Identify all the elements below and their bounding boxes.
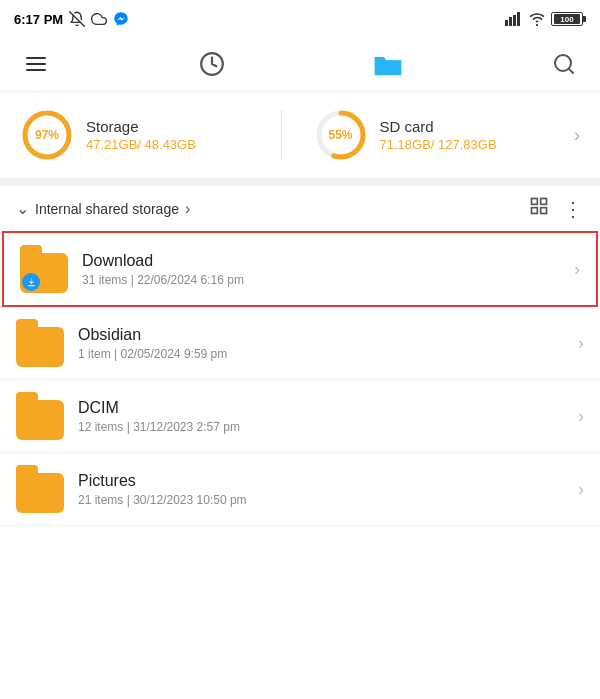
svg-rect-15 — [532, 208, 538, 214]
wifi-icon — [528, 12, 546, 26]
path-left: ⌄ Internal shared storage › — [16, 199, 190, 218]
storage-circle: 97% — [20, 108, 74, 162]
folder-info-dcim: DCIM 12 items | 31/12/2023 2:57 pm — [78, 399, 570, 434]
download-badge-icon — [22, 273, 40, 291]
clock-icon — [199, 51, 225, 77]
battery-percent: 100 — [560, 15, 573, 24]
svg-rect-4 — [517, 12, 520, 26]
storage-info: Storage 47.21GB/ 48.43GB — [86, 118, 196, 152]
folder-arrow-download: › — [574, 259, 580, 280]
storage-label: Storage — [86, 118, 196, 135]
grid-view-button[interactable] — [529, 196, 549, 221]
path-expand-icon[interactable]: ⌄ — [16, 199, 29, 218]
sd-info: SD card 71.18GB/ 127.83GB — [380, 118, 497, 152]
storage-arrow: › — [574, 125, 580, 146]
status-bar: 6:17 PM — [0, 0, 600, 36]
status-time: 6:17 PM — [14, 12, 63, 27]
storage-sizes: 47.21GB/ 48.43GB — [86, 137, 196, 152]
storage-divider — [281, 110, 282, 160]
folder-date-download: 22/06/2024 6:16 pm — [137, 273, 244, 287]
storage-section: 97% Storage 47.21GB/ 48.43GB 55% SD card… — [0, 92, 600, 186]
svg-point-5 — [536, 24, 538, 26]
folder-info-pictures: Pictures 21 items | 30/12/2023 10:50 pm — [78, 472, 570, 507]
svg-rect-14 — [541, 199, 547, 205]
folder-arrow-obsidian: › — [578, 333, 584, 354]
file-list: Download 31 items | 22/06/2024 6:16 pm ›… — [0, 231, 600, 526]
storage-percent: 97% — [35, 128, 59, 142]
folder-icon-pictures — [16, 465, 64, 513]
path-right: ⋮ — [529, 196, 584, 221]
folder-icon-dcim — [16, 392, 64, 440]
folder-button[interactable] — [372, 48, 404, 80]
svg-line-0 — [70, 12, 85, 27]
path-text: Internal shared storage — [35, 201, 179, 217]
folder-item-pictures[interactable]: Pictures 21 items | 30/12/2023 10:50 pm … — [0, 453, 600, 526]
signal-icon — [505, 12, 523, 26]
folder-arrow-dcim: › — [578, 406, 584, 427]
path-arrow-icon: › — [185, 200, 190, 218]
folder-info-download: Download 31 items | 22/06/2024 6:16 pm — [82, 252, 566, 287]
hamburger-menu-button[interactable] — [20, 48, 52, 80]
muted-bell-icon — [69, 11, 85, 27]
folder-items-pictures: 21 items — [78, 493, 123, 507]
battery-icon: 100 — [551, 12, 586, 26]
search-button[interactable] — [548, 48, 580, 80]
messenger-icon — [113, 11, 129, 27]
sd-card-storage-card[interactable]: 55% SD card 71.18GB/ 127.83GB — [314, 108, 543, 162]
svg-line-8 — [569, 68, 573, 72]
folder-name-obsidian: Obsidian — [78, 326, 570, 344]
svg-rect-3 — [513, 15, 516, 26]
cloud-icon — [91, 11, 107, 27]
folder-date-obsidian: 02/05/2024 9:59 pm — [120, 347, 227, 361]
folder-item-dcim[interactable]: DCIM 12 items | 31/12/2023 2:57 pm › — [0, 380, 600, 453]
folder-name-download: Download — [82, 252, 566, 270]
folder-name-dcim: DCIM — [78, 399, 570, 417]
folder-arrow-pictures: › — [578, 479, 584, 500]
folder-info-obsidian: Obsidian 1 item | 02/05/2024 9:59 pm — [78, 326, 570, 361]
history-button[interactable] — [196, 48, 228, 80]
svg-rect-13 — [532, 199, 538, 205]
hamburger-icon — [26, 57, 46, 71]
status-right: 100 — [505, 12, 586, 26]
folder-meta-obsidian: 1 item | 02/05/2024 9:59 pm — [78, 347, 570, 361]
path-header: ⌄ Internal shared storage › ⋮ — [0, 186, 600, 231]
sd-total: 127.83GB — [438, 137, 497, 152]
folder-item-obsidian[interactable]: Obsidian 1 item | 02/05/2024 9:59 pm › — [0, 307, 600, 380]
svg-rect-2 — [509, 17, 512, 26]
sd-used: 71.18GB — [380, 137, 431, 152]
folder-items-obsidian: 1 item — [78, 347, 111, 361]
folder-date-pictures: 30/12/2023 10:50 pm — [133, 493, 246, 507]
folder-items-dcim: 12 items — [78, 420, 123, 434]
svg-rect-1 — [505, 20, 508, 26]
storage-total: 48.43GB — [145, 137, 196, 152]
storage-used: 47.21GB — [86, 137, 137, 152]
folder-meta-download: 31 items | 22/06/2024 6:16 pm — [82, 273, 566, 287]
folder-date-dcim: 31/12/2023 2:57 pm — [133, 420, 240, 434]
sd-label: SD card — [380, 118, 497, 135]
toolbar — [0, 36, 600, 92]
folder-icon-download — [20, 245, 68, 293]
folder-icon-obsidian — [16, 319, 64, 367]
status-left: 6:17 PM — [14, 11, 129, 27]
folder-meta-pictures: 21 items | 30/12/2023 10:50 pm — [78, 493, 570, 507]
search-icon — [552, 52, 576, 76]
sd-sizes: 71.18GB/ 127.83GB — [380, 137, 497, 152]
folder-item-download[interactable]: Download 31 items | 22/06/2024 6:16 pm › — [2, 231, 598, 307]
sd-percent: 55% — [328, 128, 352, 142]
internal-storage-card[interactable]: 97% Storage 47.21GB/ 48.43GB — [20, 108, 249, 162]
folder-meta-dcim: 12 items | 31/12/2023 2:57 pm — [78, 420, 570, 434]
more-options-button[interactable]: ⋮ — [563, 197, 584, 221]
svg-rect-16 — [541, 208, 547, 214]
folder-active-icon — [373, 51, 403, 77]
folder-items-download: 31 items — [82, 273, 127, 287]
folder-name-pictures: Pictures — [78, 472, 570, 490]
sd-circle: 55% — [314, 108, 368, 162]
